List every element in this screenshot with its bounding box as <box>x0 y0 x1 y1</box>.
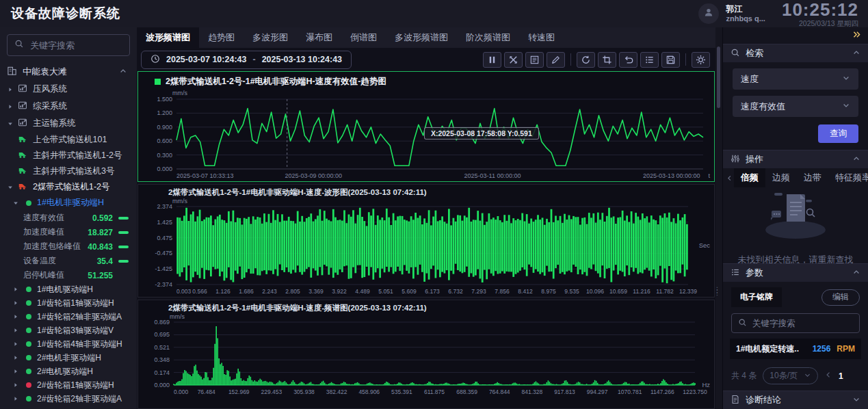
marker-button[interactable] <box>525 52 544 68</box>
current-page[interactable]: 1 <box>839 371 843 381</box>
tab-多波形图[interactable]: 多波形图 <box>244 27 297 48</box>
reading-row-速度有效值[interactable]: 速度有效值 0.592 <box>0 211 137 225</box>
gear-button[interactable] <box>692 52 710 68</box>
caret-right-icon[interactable] <box>5 86 15 93</box>
tree-sensor-2#齿轮箱1轴驱动端H[interactable]: 2#齿轮箱1轴驱动端H <box>0 378 137 392</box>
reading-row-设备温度[interactable]: 设备温度 35.4 <box>0 254 137 268</box>
tab-阶次频谱图[interactable]: 阶次频谱图 <box>457 27 519 48</box>
chevron-up-icon[interactable] <box>852 268 860 278</box>
caret-right-icon[interactable] <box>11 313 21 320</box>
date-end: 2025-03-13 10:24:43 <box>262 55 342 64</box>
svg-text:2.243: 2.243 <box>262 288 277 295</box>
caret-right-icon[interactable] <box>11 368 21 375</box>
param-search-input[interactable] <box>751 318 853 329</box>
date-range-picker[interactable]: 2025-03-07 10:24:43 - 2025-03-13 10:24:4… <box>141 51 352 69</box>
tree-sensor-1#齿轮箱4轴非驱动端H[interactable]: 1#齿轮箱4轴非驱动端H <box>0 337 137 351</box>
caret-right-icon[interactable] <box>11 286 21 293</box>
sidebar-search[interactable] <box>7 34 130 56</box>
status-dot <box>26 314 31 319</box>
conveyor-icon <box>18 150 27 162</box>
sliders-icon <box>731 154 740 166</box>
avatar[interactable] <box>698 3 719 24</box>
caret-down-icon[interactable] <box>5 120 15 127</box>
param-name: 1#电机额定转速.. <box>736 343 799 355</box>
trend-chart-plot[interactable]: 1.5001.2000.9000.6000.3000.000mm/s2025-0… <box>138 88 714 181</box>
collapse-panel-icon[interactable] <box>852 29 861 42</box>
operation-section-header[interactable]: 操作 <box>723 150 868 168</box>
svg-text:0.000: 0.000 <box>154 382 170 388</box>
caret-right-icon[interactable] <box>11 395 21 402</box>
tab-波形频谱图[interactable]: 波形频谱图 <box>137 27 199 48</box>
tree-system-综采系统[interactable]: 综采系统 <box>0 98 137 115</box>
reading-row-加速度包络峰值[interactable]: 加速度包络峰值 40.843 <box>0 239 137 254</box>
chevron-up-icon[interactable] <box>852 49 860 59</box>
tree-item-label: 1#电机驱动端H <box>37 284 93 295</box>
drag-grip-icon[interactable]: ∶∶∶ <box>716 287 718 295</box>
tree-sensor-1#齿轮箱2轴非驱动端A[interactable]: 1#齿轮箱2轴非驱动端A <box>0 310 137 324</box>
tree-sensor-2#电机驱动端H[interactable]: 2#电机驱动端H <box>0 365 137 378</box>
tree-sensor-1#齿轮箱1轴驱动端H[interactable]: 1#齿轮箱1轴驱动端H <box>0 296 137 310</box>
tabs-scroll-left-icon[interactable] <box>724 174 734 182</box>
tree-sensor-1#电机驱动端H[interactable]: 1#电机驱动端H <box>0 282 137 296</box>
edit-button[interactable]: 编辑 <box>821 289 860 306</box>
svg-text:841.328: 841.328 <box>522 388 543 395</box>
tree-conveyor-上仓带式输送机101[interactable]: 上仓带式输送机101 <box>0 132 137 148</box>
tree-conveyor-主斜井带式输送机3号[interactable]: 主斜井带式输送机3号 <box>0 163 137 179</box>
query-button[interactable]: 查询 <box>818 124 858 143</box>
chevron-up-icon[interactable] <box>852 155 860 165</box>
tab-瀑布图[interactable]: 瀑布图 <box>297 27 341 48</box>
spectrum-chart-plot[interactable]: 0.8690.6950.5210.3480.1740.000mm/s0.0007… <box>138 313 714 408</box>
tab-转速图[interactable]: 转速图 <box>519 27 564 48</box>
param-row[interactable]: 1#电机额定转速.. 1256 RPM <box>730 339 861 359</box>
signal-type-select[interactable]: 速度 <box>733 68 858 90</box>
pagination: 共 4 条 10条/页 1 <box>723 359 868 391</box>
vertical-scrollbar[interactable]: ∶∶∶ <box>715 27 722 409</box>
tab-多波形频谱图[interactable]: 多波形频谱图 <box>386 27 457 48</box>
sidebar-search-input[interactable] <box>29 40 122 51</box>
crop-button[interactable] <box>598 52 616 68</box>
caret-right-icon[interactable] <box>11 354 21 361</box>
tree-sensor-1#齿轮箱3轴驱动端V[interactable]: 1#齿轮箱3轴驱动端V <box>0 324 137 337</box>
param-section-header[interactable]: 参数 <box>723 263 868 282</box>
param-search[interactable] <box>731 313 860 333</box>
tree-system-压风系统[interactable]: 压风系统 <box>0 81 137 98</box>
prev-page-icon[interactable] <box>824 371 832 381</box>
list-button[interactable] <box>640 52 659 68</box>
svg-text:0.174: 0.174 <box>154 369 170 376</box>
tree-system-主运输系统[interactable]: 主运输系统 <box>0 115 137 132</box>
diagnosis-section-header[interactable]: 诊断结论 <box>723 391 868 409</box>
reading-row-加速度峰值[interactable]: 加速度峰值 18.827 <box>0 225 137 239</box>
save-button[interactable] <box>661 52 680 68</box>
caret-right-icon[interactable] <box>11 341 21 347</box>
caret-right-icon[interactable] <box>11 382 21 388</box>
caret-down-icon[interactable] <box>5 184 15 191</box>
caret-right-icon[interactable] <box>5 103 15 110</box>
spectrum-chart-title: 2煤带式输送机1-2号-1#电机非驱动端H-速度-频谱图(2025-03-13 … <box>138 300 714 313</box>
reading-row-启停机峰值[interactable]: 启停机峰值 51.255 <box>0 268 137 282</box>
tree-conveyor-主斜井带式输送机1-2号[interactable]: 主斜井带式输送机1-2号 <box>0 148 137 163</box>
tree-root[interactable]: 中能袁大滩 <box>0 63 137 81</box>
page-size-select[interactable]: 10条/页 <box>763 367 818 384</box>
tab-倒谱图[interactable]: 倒谱图 <box>341 27 386 48</box>
tree-sensor-2#电机非驱动端H[interactable]: 2#电机非驱动端H <box>0 351 137 365</box>
chevron-down-icon[interactable] <box>852 395 860 406</box>
scrollbar-thumb[interactable] <box>717 47 720 108</box>
refresh-button[interactable] <box>577 52 595 68</box>
metric-select[interactable]: 速度有效值 <box>733 96 858 117</box>
tab-趋势图[interactable]: 趋势图 <box>199 27 244 48</box>
svg-text:1070.781: 1070.781 <box>618 388 642 395</box>
search-section-header[interactable]: 检索 <box>723 44 868 62</box>
tree-sensor-2#齿轮箱2轴非驱动端A[interactable]: 2#齿轮箱2轴非驱动端A <box>0 392 137 406</box>
caret-down-icon[interactable] <box>11 200 21 207</box>
caret-right-icon[interactable] <box>11 327 21 334</box>
nameplate-tab[interactable]: 电子铭牌 <box>731 287 782 307</box>
waveform-chart-plot[interactable]: 2.3741.4250.475-0.475-1.425-2.374mm/s0.0… <box>138 197 714 297</box>
pause-button[interactable] <box>483 52 501 68</box>
pencil-button[interactable] <box>547 52 565 68</box>
undo-button[interactable] <box>619 52 637 68</box>
expand-button[interactable] <box>504 52 523 68</box>
tree-conveyor-2煤带式输送机1-2号[interactable]: 2煤带式输送机1-2号 <box>0 179 137 195</box>
reading-label: 速度有效值 <box>23 212 64 224</box>
tree-sensor-selected[interactable]: 1#电机非驱动端H <box>0 195 137 211</box>
caret-right-icon[interactable] <box>11 300 21 306</box>
